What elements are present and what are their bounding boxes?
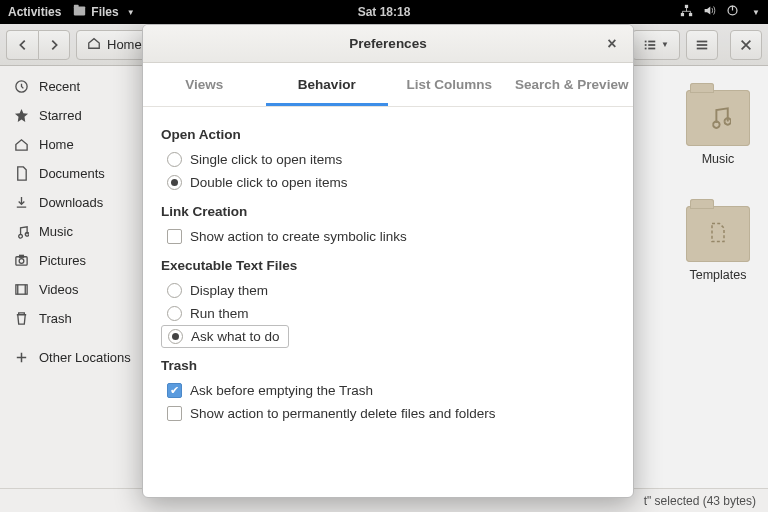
option-label: Display them	[190, 283, 268, 298]
section-title-executable: Executable Text Files	[161, 258, 615, 273]
radio-icon	[167, 306, 182, 321]
check-ask-empty-trash[interactable]: ✔Ask before emptying the Trash	[161, 379, 615, 402]
radio-exec-ask[interactable]: Ask what to do	[161, 325, 289, 348]
dialog-title: Preferences	[349, 36, 426, 51]
dialog-body: Open Action Single click to open items D…	[143, 107, 633, 443]
tab-views[interactable]: Views	[143, 63, 266, 106]
section-title-link-creation: Link Creation	[161, 204, 615, 219]
preferences-dialog: Preferences × Views Behavior List Column…	[142, 24, 634, 498]
option-label: Show action to permanently delete files …	[190, 406, 495, 421]
close-icon: ×	[607, 35, 616, 53]
checkbox-icon	[167, 406, 182, 421]
option-label: Single click to open items	[190, 152, 342, 167]
option-label: Show action to create symbolic links	[190, 229, 407, 244]
radio-exec-run[interactable]: Run them	[161, 302, 615, 325]
check-permanent-delete[interactable]: Show action to permanently delete files …	[161, 402, 615, 425]
radio-icon	[168, 329, 183, 344]
check-symbolic-links[interactable]: Show action to create symbolic links	[161, 225, 615, 248]
tab-search-preview[interactable]: Search & Preview	[511, 63, 634, 106]
radio-icon	[167, 175, 182, 190]
checkbox-icon	[167, 229, 182, 244]
radio-icon	[167, 152, 182, 167]
tab-behavior[interactable]: Behavior	[266, 63, 389, 106]
radio-single-click[interactable]: Single click to open items	[161, 148, 615, 171]
checkbox-icon: ✔	[167, 383, 182, 398]
dialog-close-button[interactable]: ×	[601, 33, 623, 55]
tab-list-columns[interactable]: List Columns	[388, 63, 511, 106]
option-label: Ask before emptying the Trash	[190, 383, 373, 398]
option-label: Run them	[190, 306, 249, 321]
radio-icon	[167, 283, 182, 298]
option-label: Ask what to do	[191, 329, 280, 344]
radio-double-click[interactable]: Double click to open items	[161, 171, 615, 194]
dialog-tabs: Views Behavior List Columns Search & Pre…	[143, 63, 633, 107]
section-title-trash: Trash	[161, 358, 615, 373]
radio-exec-display[interactable]: Display them	[161, 279, 615, 302]
section-title-open-action: Open Action	[161, 127, 615, 142]
dialog-header: Preferences ×	[143, 25, 633, 63]
option-label: Double click to open items	[190, 175, 348, 190]
